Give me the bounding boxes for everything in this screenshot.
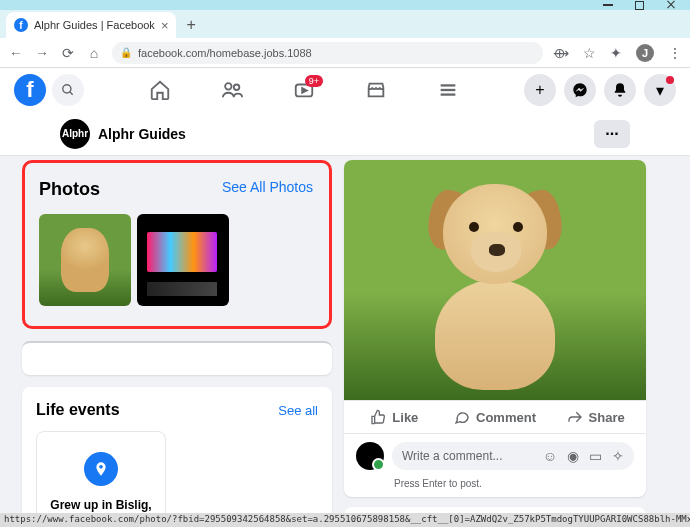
profile-avatar[interactable]: Alphr bbox=[60, 119, 90, 149]
browser-menu-icon[interactable]: ⋮ bbox=[668, 45, 682, 61]
tab-close-icon[interactable]: × bbox=[161, 18, 169, 33]
extensions-icon[interactable]: ✦ bbox=[610, 45, 622, 61]
nav-watch-icon[interactable]: 9+ bbox=[293, 79, 315, 101]
camera-icon[interactable]: ◉ bbox=[567, 448, 579, 464]
home-button[interactable]: ⌂ bbox=[86, 45, 102, 61]
window-close-icon[interactable] bbox=[666, 0, 676, 10]
share-button[interactable]: Share bbox=[545, 401, 646, 433]
reload-button[interactable]: ⟳ bbox=[60, 45, 76, 61]
thumbs-up-icon bbox=[370, 409, 386, 425]
browser-tabstrip: f Alphr Guides | Facebook × + bbox=[0, 10, 690, 38]
nav-marketplace-icon[interactable] bbox=[365, 79, 387, 101]
dog-illustration bbox=[405, 170, 585, 390]
post-card: Like Comment Share Write a comment... ☺ … bbox=[344, 160, 646, 497]
life-events-card: Life events See all Grew up in Bislig, S… bbox=[22, 387, 332, 527]
photos-card: Photos See All Photos bbox=[22, 160, 332, 329]
tab-title: Alphr Guides | Facebook bbox=[34, 19, 155, 31]
bookmark-icon[interactable]: ☆ bbox=[583, 45, 596, 61]
left-column: Photos See All Photos Friends Life event… bbox=[22, 156, 332, 527]
url-text: facebook.com/homebase.jobs.1088 bbox=[138, 47, 312, 59]
comment-icon bbox=[454, 409, 470, 425]
window-titlebar bbox=[0, 0, 690, 10]
nav-home-icon[interactable] bbox=[149, 79, 171, 101]
facebook-top-nav: f 9+ + ▾ bbox=[0, 68, 690, 112]
svg-point-0 bbox=[63, 85, 71, 93]
facebook-logo-icon[interactable]: f bbox=[14, 74, 46, 106]
friends-card-header: Friends bbox=[22, 341, 332, 375]
main-content: Photos See All Photos Friends Life event… bbox=[0, 156, 690, 527]
sticker-icon[interactable]: ✧ bbox=[612, 448, 624, 464]
new-tab-button[interactable]: + bbox=[176, 16, 205, 38]
commenter-avatar[interactable] bbox=[356, 442, 384, 470]
photo-thumbnail[interactable] bbox=[39, 214, 131, 306]
create-button[interactable]: + bbox=[524, 74, 556, 106]
gif-icon[interactable]: ▭ bbox=[589, 448, 602, 464]
right-column: Like Comment Share Write a comment... ☺ … bbox=[344, 156, 690, 527]
notifications-button[interactable] bbox=[604, 74, 636, 106]
window-minimize-icon[interactable] bbox=[603, 4, 613, 6]
like-button[interactable]: Like bbox=[344, 401, 445, 433]
profile-header: Alphr Alphr Guides ··· bbox=[0, 112, 690, 156]
forward-button[interactable]: → bbox=[34, 45, 50, 61]
favicon-icon: f bbox=[14, 18, 28, 32]
browser-status-bar: https://www.facebook.com/photo/?fbid=295… bbox=[0, 513, 690, 527]
address-bar[interactable]: 🔒 facebook.com/homebase.jobs.1088 bbox=[112, 42, 543, 64]
profile-name[interactable]: Alphr Guides bbox=[98, 126, 186, 142]
svg-line-1 bbox=[70, 92, 73, 95]
comment-input[interactable]: Write a comment... ☺ ◉ ▭ ✧ bbox=[392, 442, 634, 470]
share-icon[interactable]: ⟴ bbox=[553, 45, 569, 61]
comment-button[interactable]: Comment bbox=[445, 401, 546, 433]
post-image[interactable] bbox=[344, 160, 646, 400]
location-pin-icon bbox=[84, 452, 118, 486]
search-icon bbox=[61, 83, 75, 97]
lock-icon: 🔒 bbox=[120, 47, 132, 58]
life-events-title: Life events bbox=[36, 401, 120, 419]
post-actions: Like Comment Share bbox=[344, 400, 646, 434]
emoji-icon[interactable]: ☺ bbox=[543, 448, 557, 464]
photo-thumbnail[interactable] bbox=[137, 214, 229, 306]
svg-point-2 bbox=[225, 83, 231, 89]
browser-toolbar: ← → ⟳ ⌂ 🔒 facebook.com/homebase.jobs.108… bbox=[0, 38, 690, 68]
life-events-see-all-link[interactable]: See all bbox=[278, 403, 318, 418]
comment-composer: Write a comment... ☺ ◉ ▭ ✧ bbox=[344, 434, 646, 478]
share-icon bbox=[567, 409, 583, 425]
svg-point-3 bbox=[234, 85, 240, 91]
nav-friends-icon[interactable] bbox=[221, 79, 243, 101]
browser-tab[interactable]: f Alphr Guides | Facebook × bbox=[6, 12, 176, 38]
see-all-photos-link[interactable]: See All Photos bbox=[222, 179, 313, 195]
back-button[interactable]: ← bbox=[8, 45, 24, 61]
messenger-button[interactable] bbox=[564, 74, 596, 106]
nav-menu-icon[interactable] bbox=[437, 79, 459, 101]
browser-profile-avatar[interactable]: J bbox=[636, 44, 654, 62]
comment-hint: Press Enter to post. bbox=[344, 478, 646, 497]
watch-badge: 9+ bbox=[305, 75, 323, 87]
account-menu-button[interactable]: ▾ bbox=[644, 74, 676, 106]
profile-more-button[interactable]: ··· bbox=[594, 120, 630, 148]
comment-placeholder: Write a comment... bbox=[402, 449, 502, 463]
window-maximize-icon[interactable] bbox=[635, 1, 644, 10]
search-button[interactable] bbox=[52, 74, 84, 106]
